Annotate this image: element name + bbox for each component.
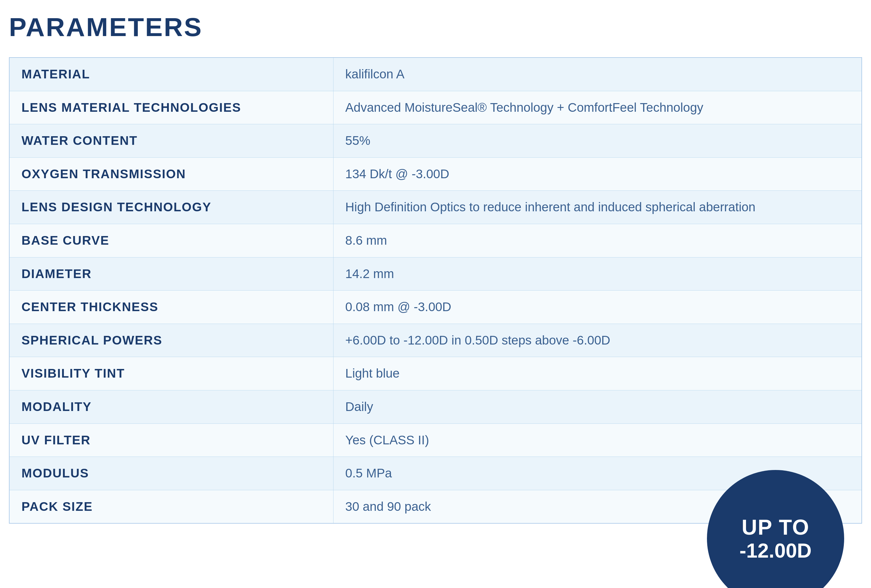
param-label: CENTER THICKNESS	[9, 291, 333, 324]
param-label: SPHERICAL POWERS	[9, 324, 333, 357]
parameters-table-wrapper: MATERIALkalifilcon ALENS MATERIAL TECHNO…	[9, 57, 862, 524]
table-row: LENS DESIGN TECHNOLOGYHigh Definition Op…	[9, 191, 862, 224]
param-label: MODALITY	[9, 390, 333, 424]
table-row: SPHERICAL POWERS+6.00D to -12.00D in 0.5…	[9, 324, 862, 357]
param-value: +6.00D to -12.00D in 0.50D steps above -…	[333, 324, 862, 357]
param-label: WATER CONTENT	[9, 124, 333, 158]
param-value: 55%	[333, 124, 862, 158]
badge-line1: UP TO	[742, 516, 809, 539]
param-value: kalifilcon A	[333, 58, 862, 91]
param-label: VISIBILITY TINT	[9, 357, 333, 390]
param-value: Daily	[333, 390, 862, 424]
param-value: Yes (CLASS II)	[333, 424, 862, 457]
param-label: BASE CURVE	[9, 224, 333, 257]
param-value: High Definition Optics to reduce inheren…	[333, 191, 862, 224]
table-row: LENS MATERIAL TECHNOLOGIESAdvanced Moist…	[9, 91, 862, 124]
param-value: 14.2 mm	[333, 257, 862, 291]
param-value: 8.6 mm	[333, 224, 862, 257]
param-label: MATERIAL	[9, 58, 333, 91]
param-label: MODULUS	[9, 457, 333, 490]
table-row: CENTER THICKNESS0.08 mm @ -3.00D	[9, 291, 862, 324]
badge-line2: -12.00D	[739, 539, 812, 562]
param-label: PACK SIZE	[9, 490, 333, 523]
table-row: MATERIALkalifilcon A	[9, 58, 862, 91]
param-value: 134 Dk/t @ -3.00D	[333, 157, 862, 191]
param-label: LENS MATERIAL TECHNOLOGIES	[9, 91, 333, 124]
table-row: BASE CURVE8.6 mm	[9, 224, 862, 257]
param-value: Light blue	[333, 357, 862, 390]
param-label: UV FILTER	[9, 424, 333, 457]
param-label: OXYGEN TRANSMISSION	[9, 157, 333, 191]
table-row: WATER CONTENT55%	[9, 124, 862, 158]
table-row: OXYGEN TRANSMISSION134 Dk/t @ -3.00D	[9, 157, 862, 191]
param-value: 0.08 mm @ -3.00D	[333, 291, 862, 324]
table-row: VISIBILITY TINTLight blue	[9, 357, 862, 390]
param-value: Advanced MoistureSeal® Technology + Comf…	[333, 91, 862, 124]
table-row: MODALITYDaily	[9, 390, 862, 424]
table-row: UV FILTERYes (CLASS II)	[9, 424, 862, 457]
page-title: PARAMETERS	[9, 12, 862, 42]
param-label: DIAMETER	[9, 257, 333, 291]
table-row: DIAMETER14.2 mm	[9, 257, 862, 291]
parameters-table: MATERIALkalifilcon ALENS MATERIAL TECHNO…	[9, 57, 862, 524]
param-label: LENS DESIGN TECHNOLOGY	[9, 191, 333, 224]
